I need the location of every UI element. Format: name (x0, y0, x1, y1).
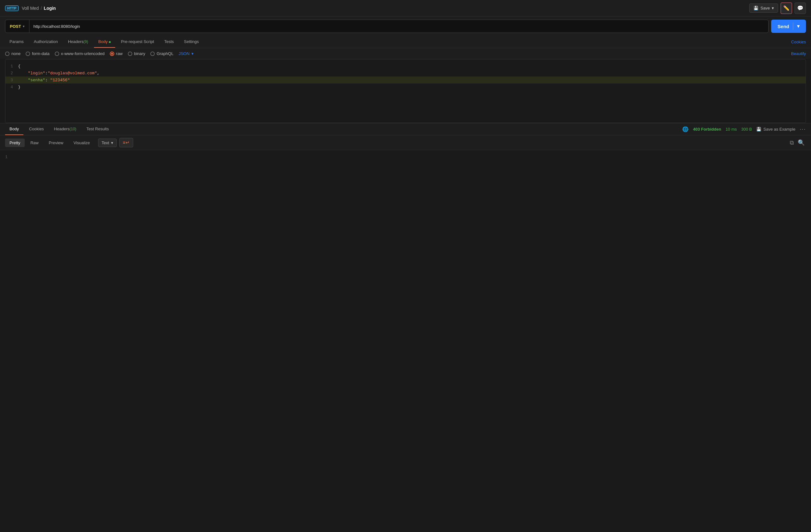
send-button[interactable]: Send ▾ (771, 20, 806, 33)
json-chevron-icon: ▾ (192, 51, 194, 56)
code-line-1: 1 { (5, 63, 806, 69)
code-line-3: 3 "senha": "123456" (5, 77, 806, 83)
format-tab-raw[interactable]: Raw (26, 139, 43, 147)
url-input-wrapper: POST ▾ (5, 20, 769, 33)
radio-urlencoded-circle (55, 51, 59, 56)
top-bar-right: 💾 Save ▾ ✏️ 💬 (749, 2, 806, 14)
copy-icon: ⧉ (790, 140, 794, 146)
radio-raw[interactable]: raw (110, 51, 123, 56)
more-options-button[interactable]: ··· (800, 126, 806, 132)
main-content: HTTP Voll Med / Login 💾 Save ▾ ✏️ 💬 (0, 0, 811, 532)
radio-urlencoded[interactable]: x-www-form-urlencoded (55, 51, 105, 56)
format-chevron-icon: ▾ (111, 140, 113, 145)
save-button[interactable]: 💾 Save ▾ (749, 3, 778, 13)
radio-graphql-circle (150, 51, 155, 56)
format-tab-pretty[interactable]: Pretty (5, 139, 25, 147)
copy-button[interactable]: ⧉ (789, 138, 795, 147)
response-body-toolbar: Pretty Raw Preview Visualize Text ▾ ≡↵ ⧉… (0, 135, 811, 150)
method-dropdown[interactable]: POST ▾ (5, 20, 29, 33)
resp-tab-headers[interactable]: Headers(10) (50, 123, 81, 135)
tab-params[interactable]: Params (5, 36, 28, 48)
format-tab-visualize[interactable]: Visualize (69, 139, 94, 147)
code-line-2: 2 "login":"douglas@volmed.com", (5, 69, 806, 77)
save-icon: 💾 (753, 6, 759, 11)
tab-headers[interactable]: Headers(9) (64, 36, 93, 48)
breadcrumb-parent[interactable]: Voll Med (22, 6, 39, 11)
method-label: POST (10, 24, 21, 29)
beautify-button[interactable]: Beautify (791, 51, 806, 56)
request-tabs-bar: Params Authorization Headers(9) Body Pre… (0, 36, 811, 48)
radio-graphql[interactable]: GraphQL (150, 51, 173, 56)
resp-line-1: 1 (0, 153, 811, 160)
edit-icon: ✏️ (783, 5, 790, 11)
wrap-icon: ≡↵ (123, 140, 130, 145)
method-chevron-icon: ▾ (23, 25, 25, 29)
comment-button[interactable]: 💬 (795, 2, 806, 14)
save-example-icon: 💾 (756, 127, 761, 131)
save-chevron-icon: ▾ (772, 6, 774, 11)
response-status: 🌐 403 Forbidden 10 ms 300 B 💾 Save as Ex… (682, 126, 806, 132)
search-response-button[interactable]: 🔍 (796, 138, 806, 147)
status-time: 10 ms (725, 127, 737, 131)
globe-icon: 🌐 (682, 126, 689, 132)
resp-tab-body[interactable]: Body (5, 123, 24, 135)
cookies-link[interactable]: Cookies (791, 36, 806, 47)
format-select[interactable]: Text ▾ (98, 139, 117, 147)
radio-none[interactable]: none (5, 51, 20, 56)
http-badge: HTTP (5, 5, 19, 11)
top-bar-left: HTTP Voll Med / Login (5, 5, 56, 11)
code-editor-section: 1 { 2 "login":"douglas@volmed.com", 3 "s… (5, 59, 806, 123)
tab-body[interactable]: Body (94, 36, 116, 48)
resp-tab-cookies[interactable]: Cookies (25, 123, 48, 135)
tab-authorization[interactable]: Authorization (29, 36, 62, 48)
radio-none-circle (5, 51, 10, 56)
radio-form-data-circle (26, 51, 30, 56)
response-code-area: 1 (0, 150, 811, 532)
code-editor[interactable]: 1 { 2 "login":"douglas@volmed.com", 3 "s… (5, 60, 806, 123)
response-section: Body Cookies Headers(10) Test Results 🌐 … (0, 123, 811, 532)
resp-tab-test-results[interactable]: Test Results (82, 123, 113, 135)
wrap-button[interactable]: ≡↵ (119, 138, 133, 147)
send-divider (793, 22, 793, 30)
radio-form-data[interactable]: form-data (26, 51, 50, 56)
search-icon: 🔍 (798, 140, 805, 146)
breadcrumb: Voll Med / Login (22, 6, 56, 11)
response-tabs-bar: Body Cookies Headers(10) Test Results 🌐 … (0, 123, 811, 135)
tab-settings[interactable]: Settings (180, 36, 203, 48)
tab-pre-request[interactable]: Pre-request Script (117, 36, 158, 48)
comment-icon: 💬 (797, 5, 804, 11)
format-tab-preview[interactable]: Preview (44, 139, 68, 147)
edit-button[interactable]: ✏️ (781, 2, 792, 14)
radio-binary-circle (128, 51, 132, 56)
body-dot (109, 41, 111, 43)
breadcrumb-separator: / (41, 6, 42, 11)
code-line-4: 4 } (5, 83, 806, 91)
url-bar: POST ▾ Send ▾ (0, 16, 811, 36)
send-chevron-icon: ▾ (797, 24, 800, 29)
top-bar: HTTP Voll Med / Login 💾 Save ▾ ✏️ 💬 (0, 0, 811, 16)
tab-tests[interactable]: Tests (160, 36, 178, 48)
save-example-button[interactable]: 💾 Save as Example (756, 127, 795, 131)
radio-binary[interactable]: binary (128, 51, 145, 56)
body-types-bar: none form-data x-www-form-urlencoded raw… (0, 48, 811, 59)
json-select[interactable]: JSON ▾ (179, 51, 194, 56)
status-text: 403 Forbidden (693, 127, 721, 131)
radio-raw-circle (110, 51, 114, 56)
url-input[interactable] (29, 24, 768, 29)
status-size: 300 B (741, 127, 752, 131)
breadcrumb-current: Login (44, 6, 56, 11)
